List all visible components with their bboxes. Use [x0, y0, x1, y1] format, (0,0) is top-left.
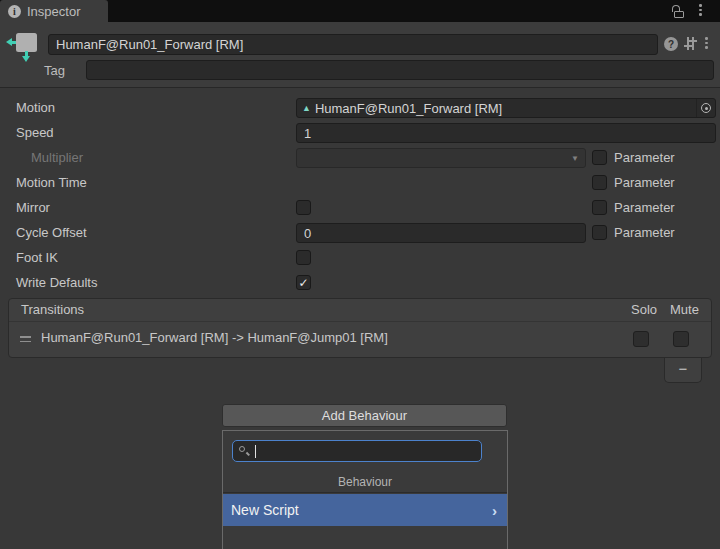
- foot-ik-label: Foot IK: [16, 248, 286, 268]
- mute-column-label: Mute: [670, 302, 699, 317]
- remove-transition-button[interactable]: −: [664, 358, 702, 383]
- unlock-icon[interactable]: [672, 5, 686, 18]
- motion-time-parameter-label: Parameter: [614, 173, 675, 193]
- transitions-list: Transitions Solo Mute HumanF@Run01_Forwa…: [8, 298, 712, 358]
- tag-label: Tag: [44, 63, 65, 78]
- cycle-offset-parameter-checkbox[interactable]: ✓: [592, 225, 607, 240]
- add-behaviour-popup: Behaviour New Script ›: [222, 430, 508, 549]
- menu-item-new-script[interactable]: New Script ›: [223, 494, 507, 526]
- mirror-parameter-label: Parameter: [614, 198, 675, 218]
- text-cursor: [255, 445, 256, 458]
- motion-value-text: HumanF@Run01_Forward [RM]: [315, 101, 502, 116]
- add-behaviour-button[interactable]: Add Behaviour: [222, 404, 507, 427]
- inspector-header: ? Tag: [0, 22, 720, 88]
- speed-label: Speed: [16, 123, 286, 143]
- foot-ik-checkbox[interactable]: ✓: [296, 250, 311, 265]
- behaviour-search-box[interactable]: [232, 440, 482, 462]
- unity-inspector-window: i Inspector ? Tag Motion ▲ HumanF@Run01_…: [0, 0, 720, 549]
- menu-item-label: New Script: [231, 502, 299, 518]
- chevron-right-icon: ›: [492, 503, 497, 518]
- animator-state-icon: [6, 30, 42, 64]
- transition-solo-checkbox[interactable]: ✓: [633, 331, 649, 347]
- write-defaults-label: Write Defaults: [16, 273, 286, 293]
- transitions-header: Transitions Solo Mute: [9, 299, 711, 322]
- motion-time-label: Motion Time: [16, 173, 286, 193]
- behaviour-search-input[interactable]: [250, 444, 476, 459]
- multiplier-label: Multiplier: [31, 148, 301, 168]
- transition-mute-checkbox[interactable]: ✓: [673, 331, 689, 347]
- tab-strip: i Inspector: [0, 0, 720, 22]
- mirror-checkbox[interactable]: ✓: [296, 200, 311, 215]
- object-picker-button[interactable]: [696, 99, 715, 117]
- kebab-menu-icon[interactable]: [705, 37, 708, 49]
- divider: [223, 492, 507, 493]
- chevron-down-icon: ▼: [571, 154, 579, 163]
- transition-row[interactable]: HumanF@Run01_Forward [RM] -> HumanF@Jump…: [9, 322, 711, 357]
- search-icon: [238, 445, 250, 457]
- kebab-menu-icon[interactable]: [699, 4, 702, 16]
- help-icon[interactable]: ?: [664, 37, 678, 51]
- tag-input[interactable]: [86, 60, 714, 80]
- speed-input[interactable]: [296, 123, 716, 143]
- solo-column-label: Solo: [631, 302, 657, 317]
- transitions-title: Transitions: [21, 302, 84, 317]
- info-icon: i: [8, 5, 21, 18]
- transition-row-label: HumanF@Run01_Forward [RM] -> HumanF@Jump…: [41, 330, 388, 345]
- object-picker-icon: [701, 103, 711, 113]
- cycle-offset-label: Cycle Offset: [16, 223, 286, 243]
- mirror-parameter-checkbox[interactable]: ✓: [592, 200, 607, 215]
- multiplier-parameter-label: Parameter: [614, 148, 675, 168]
- write-defaults-checkbox[interactable]: ✓: [296, 275, 311, 290]
- animation-clip-icon: ▲: [302, 104, 311, 113]
- drag-handle-icon[interactable]: [20, 336, 31, 345]
- motion-object-value: ▲ HumanF@Run01_Forward [RM]: [297, 101, 696, 116]
- motion-object-field[interactable]: ▲ HumanF@Run01_Forward [RM]: [296, 98, 716, 118]
- multiplier-dropdown: ▼: [296, 148, 586, 168]
- multiplier-parameter-checkbox[interactable]: ✓: [592, 150, 607, 165]
- tab-inspector[interactable]: i Inspector: [0, 0, 108, 22]
- cycle-offset-input[interactable]: [296, 223, 586, 243]
- behaviour-section-label: Behaviour: [223, 475, 507, 489]
- motion-label: Motion: [16, 98, 286, 118]
- state-name-input[interactable]: [48, 34, 658, 55]
- presets-icon[interactable]: [684, 37, 697, 50]
- cycle-offset-parameter-label: Parameter: [614, 223, 675, 243]
- tab-label: Inspector: [27, 4, 80, 19]
- motion-time-parameter-checkbox[interactable]: ✓: [592, 175, 607, 190]
- mirror-label: Mirror: [16, 198, 286, 218]
- lock-body: [674, 11, 684, 18]
